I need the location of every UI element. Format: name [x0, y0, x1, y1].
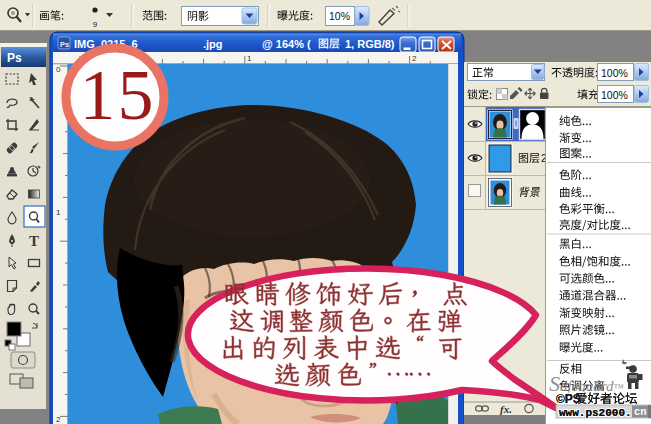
svg-text:100%: 100% [601, 67, 628, 79]
svg-text:2: 2 [56, 415, 61, 424]
svg-text:@ 164% (: @ 164% ( [262, 38, 311, 50]
svg-text:1: 1 [56, 208, 61, 217]
svg-text:fx.: fx. [500, 403, 512, 415]
svg-text:0: 0 [56, 65, 61, 74]
svg-text:15: 15 [80, 55, 156, 135]
svg-text:www.ps2000.: www.ps2000. [559, 407, 632, 419]
svg-text:T: T [29, 233, 39, 249]
svg-text:9: 9 [93, 20, 98, 29]
svg-text:.jpg: .jpg [203, 38, 223, 50]
svg-text:100%: 100% [601, 89, 628, 101]
svg-text:1, RGB/8): 1, RGB/8) [345, 38, 395, 50]
svg-text:Ps: Ps [7, 51, 22, 65]
svg-text:1: 1 [247, 54, 252, 63]
svg-text:10%: 10% [329, 10, 350, 22]
svg-text:Ps: Ps [60, 40, 69, 49]
svg-text:cn: cn [634, 406, 647, 418]
svg-text:©PS: ©PS [556, 392, 581, 406]
svg-text:2: 2 [412, 54, 417, 63]
